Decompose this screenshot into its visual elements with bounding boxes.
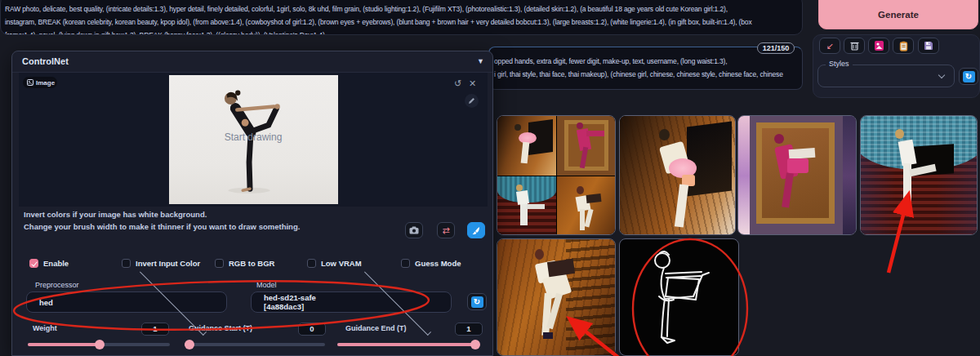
prompt-textarea[interactable]: RAW photo, delicate, best quality, (intr… [0,0,803,35]
checkbox-label: Invert Input Color [136,259,200,268]
controlnet-panel: ControlNet ▼ Start drawi [11,51,493,356]
controlnet-title: ControlNet [22,56,69,66]
clear-image-icon[interactable]: ✕ [469,79,476,88]
checkbox-box [307,259,316,268]
slider-handle[interactable] [470,340,480,349]
undo-icon[interactable]: ↺ [454,79,461,88]
weight-slider[interactable] [28,343,170,346]
checkbox-label: RGB to BGR [229,259,274,268]
prompt-line: instagram, BREAK (korean celebrity, kore… [5,16,797,29]
gallery-thumbnail-4[interactable] [860,115,978,235]
help-text: Change your brush width to make it thinn… [24,222,300,231]
weight-input[interactable]: 1 [141,323,169,336]
low-vram-checkbox[interactable]: Low VRAM [307,259,362,268]
webcam-icon[interactable] [405,222,423,238]
enable-checkbox[interactable]: Enable [29,259,69,268]
negative-prompt-line: i girl, thai style, thai face, thai make… [494,68,797,81]
chevron-down-icon [938,72,945,78]
checkbox-box [215,259,224,268]
slider-fill [337,343,479,346]
token-counter-badge: 121/150 [757,42,795,54]
collapse-caret-icon: ▼ [477,57,484,65]
checkbox-box [122,259,131,268]
gallery-thumbnail-3[interactable] [737,115,857,235]
image-tab-label: Image [36,79,55,87]
read-params-arrow-icon[interactable]: ↙ [819,38,840,54]
app-root: RAW photo, delicate, best quality, (intr… [0,0,980,356]
preprocessor-dropdown[interactable]: hed [26,291,227,313]
trash-icon[interactable] [844,38,865,54]
guidance-end-input[interactable]: 1 [455,323,483,336]
guidance-end-slider[interactable] [337,343,479,346]
gallery-thumbnail-hed-map[interactable] [619,238,739,356]
gallery-thumbnail-grid[interactable] [497,115,616,235]
refresh-icon: ↻ [963,71,975,82]
checkbox-label: Enable [43,259,69,268]
checkbox-box [401,259,410,268]
refresh-styles-button[interactable]: ↻ [959,68,978,85]
yoga-pose-figure [169,75,338,204]
guidance-end-label: Guidance End (T) [345,324,407,332]
image-icon [27,79,33,86]
guidance-start-input[interactable]: 0 [298,323,326,336]
preprocessor-label: Preprocessor [35,281,79,289]
model-label: Model [256,281,277,289]
refresh-models-button[interactable]: ↻ [467,293,487,310]
save-style-icon[interactable] [918,38,939,54]
refresh-icon: ↻ [471,296,483,308]
guidance-start-label: Guidance Start (T) [189,324,252,332]
mirror-webcam-icon[interactable]: ⇄ [437,222,455,238]
preprocessor-value: hed [39,298,128,307]
pencil-icon[interactable] [465,94,479,108]
checkbox-label: Guess Mode [415,259,461,268]
prompt-line: frame:1.4), navel, (lying down in gift b… [5,29,797,35]
rgb-to-bgr-checkbox[interactable]: RGB to BGR [215,259,274,268]
checkbox-label: Low VRAM [321,259,362,268]
edge-map-figure [620,239,739,356]
guess-mode-checkbox[interactable]: Guess Mode [401,259,461,268]
generate-button[interactable]: Generate [818,0,978,29]
slider-handle[interactable] [185,340,194,349]
model-dropdown[interactable]: hed-sd21-safe [4a88dac3] [251,291,452,313]
gallery-thumbnail-5[interactable] [497,238,616,356]
styles-label: Styles [826,60,853,68]
extra-networks-icon[interactable] [868,38,889,54]
negative-prompt-line: opped hands, extra digit, fewer digit, m… [494,55,797,68]
controlnet-image-canvas[interactable]: Start drawing ↺ ✕ [19,73,488,207]
paste-style-icon[interactable] [893,38,914,54]
image-tab[interactable]: Image [23,77,57,88]
brush-icon[interactable] [467,222,485,238]
guidance-start-slider[interactable] [185,343,325,346]
help-text: Invert colors if your image has white ba… [24,210,207,219]
slider-fill [28,343,100,346]
styles-dropdown[interactable]: Styles [817,65,955,87]
negative-prompt-textarea[interactable]: opped hands, extra digit, fewer digit, m… [488,47,803,90]
prompt-line: RAW photo, delicate, best quality, (intr… [5,2,797,16]
controlnet-accordion-header[interactable]: ControlNet ▼ [12,51,492,73]
invert-input-color-checkbox[interactable]: Invert Input Color [122,259,200,268]
model-value: hed-sd21-safe [4a88dac3] [264,293,353,311]
gallery-thumbnail-2[interactable] [619,115,736,235]
checkbox-box [29,259,38,268]
slider-handle[interactable] [95,340,105,349]
weight-label: Weight [33,324,57,332]
actions-card: ↙ Styles ↻ [813,34,980,98]
input-image-photo [169,75,338,204]
